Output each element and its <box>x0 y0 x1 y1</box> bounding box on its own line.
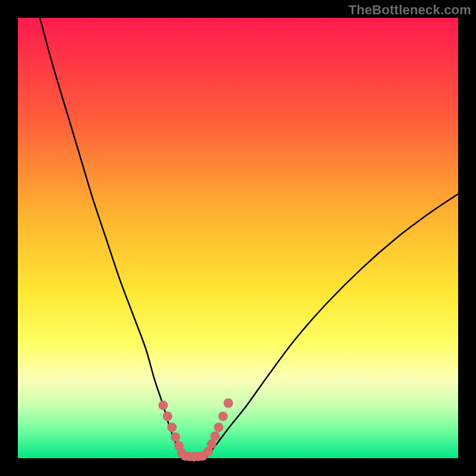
marker-group <box>158 399 233 462</box>
marker-dot <box>163 412 173 421</box>
chart-overlay <box>18 18 458 458</box>
marker-dot <box>158 400 168 410</box>
marker-dot <box>224 399 233 408</box>
chart-stage: TheBottleneck.com <box>0 0 476 476</box>
marker-dot <box>214 422 223 432</box>
marker-dot <box>211 431 220 441</box>
bottleneck-curve <box>40 18 458 458</box>
watermark-text: TheBottleneck.com <box>349 2 471 18</box>
marker-dot <box>218 412 228 421</box>
marker-dot <box>171 433 180 442</box>
marker-dot <box>167 422 177 432</box>
